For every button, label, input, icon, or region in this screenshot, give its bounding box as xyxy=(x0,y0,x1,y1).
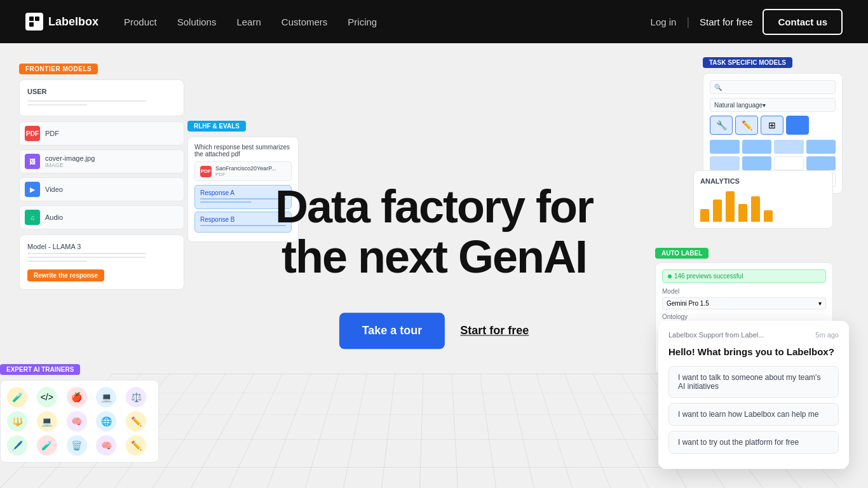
nav-links: Product Solutions Learn Customers Pricin… xyxy=(124,17,377,27)
hero-buttons: Take a tour Start for free xyxy=(275,313,593,349)
cell-1 xyxy=(710,140,740,154)
analytics-chart xyxy=(700,190,826,222)
trainer-icon-10: ✏️ xyxy=(126,411,146,431)
cover-image-name: cover-image.jpg xyxy=(45,154,95,162)
success-text: 146 previews successful xyxy=(674,273,743,280)
image-icon: 🖼 xyxy=(25,154,40,169)
trainer-icon-15: ✏️ xyxy=(126,435,146,456)
bar-3 xyxy=(726,191,735,222)
trainer-icon-2: </> xyxy=(37,387,57,407)
cell-6 xyxy=(742,156,772,170)
chat-sender: Labelbox Support from Label... xyxy=(668,331,764,339)
trainer-icon-6: 🔱 xyxy=(7,411,27,431)
rlhf-badge: RLHF & EVALS xyxy=(187,121,246,132)
pdf-icon: PDF xyxy=(25,126,40,141)
gemini-label: Gemini Pro 1.5 xyxy=(667,300,709,307)
video-icon: ▶ xyxy=(25,182,40,197)
trainer-icons-grid: 🧪 </> 🍎 💻 ⚖️ 🔱 💻 🧠 🌐 ✏️ 🖊️ 🧪 🗑️ 🧠 ✏️ xyxy=(0,380,159,463)
model-row-label: Model xyxy=(662,288,826,295)
brand-name: Labelbox xyxy=(48,15,98,29)
video-file-item: ▶ Video xyxy=(19,177,184,201)
trainer-icon-7: 💻 xyxy=(37,411,57,431)
hero-heading-line1: Data factory for xyxy=(275,181,593,232)
bar-1 xyxy=(700,209,709,222)
svg-rect-1 xyxy=(35,17,39,21)
rlhf-pdf-name: SanFrancisco20YearP... xyxy=(215,165,276,172)
pdf-file-item: PDF PDF xyxy=(19,121,184,146)
frontier-models-badge: FRONTIER MODELS xyxy=(19,64,98,74)
user-line2 xyxy=(27,104,87,105)
rlhf-pdf-icon: PDF xyxy=(200,166,212,177)
model-select[interactable]: Gemini Pro 1.5 ▾ xyxy=(662,297,826,309)
start-free-button[interactable]: Start for free xyxy=(700,17,752,27)
task-search[interactable]: 🔍 xyxy=(710,80,836,94)
cell-7 xyxy=(774,156,804,170)
nav-pricing[interactable]: Pricing xyxy=(348,17,377,27)
nav-divider: | xyxy=(686,15,689,29)
audio-icon: ♫ xyxy=(25,210,40,225)
success-bar: 146 previews successful xyxy=(662,269,826,283)
model-line1 xyxy=(27,253,146,254)
chat-header: Labelbox Support from Label... 5m ago xyxy=(668,331,839,339)
pdf-label: PDF xyxy=(45,130,59,137)
tool-icon-1[interactable]: 🔧 xyxy=(710,116,733,135)
contact-button[interactable]: Contact us xyxy=(763,9,843,35)
tool-icon-2[interactable]: ✏️ xyxy=(735,116,758,135)
audio-file-item: ♫ Audio xyxy=(19,205,184,229)
tool-icon-3[interactable]: ⊞ xyxy=(761,116,783,135)
trainer-icon-4: 💻 xyxy=(96,387,116,407)
rewrite-button[interactable]: Rewrite the response xyxy=(27,269,104,281)
expert-trainers-panel: EXPERT AI TRAINERS 🧪 </> 🍎 💻 ⚖️ 🔱 💻 🧠 🌐 … xyxy=(0,363,159,463)
chat-greeting: Hello! What brings you to Labelbox? xyxy=(668,346,839,357)
trainer-icon-13: 🗑️ xyxy=(67,435,87,456)
hero-section: FRONTIER MODELS USER PDF PDF 🖼 cover-ima… xyxy=(0,43,868,488)
bar-6 xyxy=(764,210,773,222)
task-dropdown[interactable]: Natural language ▾ xyxy=(710,98,836,112)
rlhf-pdf-type: PDF xyxy=(215,172,276,177)
nav-customers[interactable]: Customers xyxy=(281,17,328,27)
trainer-icon-5: ⚖️ xyxy=(126,387,146,407)
chat-widget: Labelbox Support from Label... 5m ago He… xyxy=(658,321,849,469)
hero-heading: Data factory for the next GenAI xyxy=(275,182,593,282)
bar-4 xyxy=(738,204,747,222)
bar-2 xyxy=(713,200,722,222)
expert-trainers-badge: EXPERT AI TRAINERS xyxy=(0,364,80,375)
logo[interactable]: Labelbox xyxy=(25,13,98,30)
model-label: Model - LLAMA 3 xyxy=(27,243,176,250)
success-dot xyxy=(668,274,672,278)
navbar-right: Log in | Start for free Contact us xyxy=(651,9,843,35)
model-line2 xyxy=(27,257,146,258)
cell-8 xyxy=(806,156,836,170)
navbar-left: Labelbox Product Solutions Learn Custome… xyxy=(25,13,377,30)
tool-icons-row: 🔧 ✏️ ⊞ xyxy=(710,116,836,135)
rlhf-question: Which response best summarizes the attac… xyxy=(194,144,292,158)
bar-5 xyxy=(751,196,760,222)
hero-start-free-button[interactable]: Start for free xyxy=(460,325,529,338)
task-specific-badge: TASK SPECIFIC MODELS xyxy=(703,57,792,68)
chat-option-3[interactable]: I want to try out the platform for free xyxy=(668,431,839,454)
nav-solutions[interactable]: Solutions xyxy=(177,17,217,27)
image-file-item: 🖼 cover-image.jpg IMAGE xyxy=(19,149,184,173)
cell-5 xyxy=(710,156,740,170)
image-type: IMAGE xyxy=(45,162,95,168)
chat-time: 5m ago xyxy=(815,331,839,339)
analytics-panel: ANALYTICS xyxy=(693,170,833,229)
trainer-icon-9: 🌐 xyxy=(96,411,116,431)
svg-rect-0 xyxy=(29,17,34,21)
autolabel-badge: AUTO LABEL xyxy=(655,248,709,259)
user-line1 xyxy=(27,100,146,102)
user-panel: USER xyxy=(19,79,184,116)
audio-label: Audio xyxy=(45,214,63,221)
tool-icon-4[interactable] xyxy=(786,116,809,135)
hero-text: Data factory for the next GenAI Take a t… xyxy=(275,182,593,349)
logo-icon xyxy=(25,13,43,30)
chat-option-1[interactable]: I want to talk to someone about my team'… xyxy=(668,366,839,398)
svg-rect-2 xyxy=(29,22,34,27)
nav-learn[interactable]: Learn xyxy=(236,17,261,27)
model-panel: Model - LLAMA 3 Rewrite the response xyxy=(19,234,184,290)
rlhf-pdf-info: SanFrancisco20YearP... PDF xyxy=(215,165,276,177)
chat-option-2[interactable]: I want to learn how Labelbox can help me xyxy=(668,403,839,426)
take-tour-button[interactable]: Take a tour xyxy=(339,313,445,349)
login-button[interactable]: Log in xyxy=(651,17,677,27)
nav-product[interactable]: Product xyxy=(124,17,157,27)
